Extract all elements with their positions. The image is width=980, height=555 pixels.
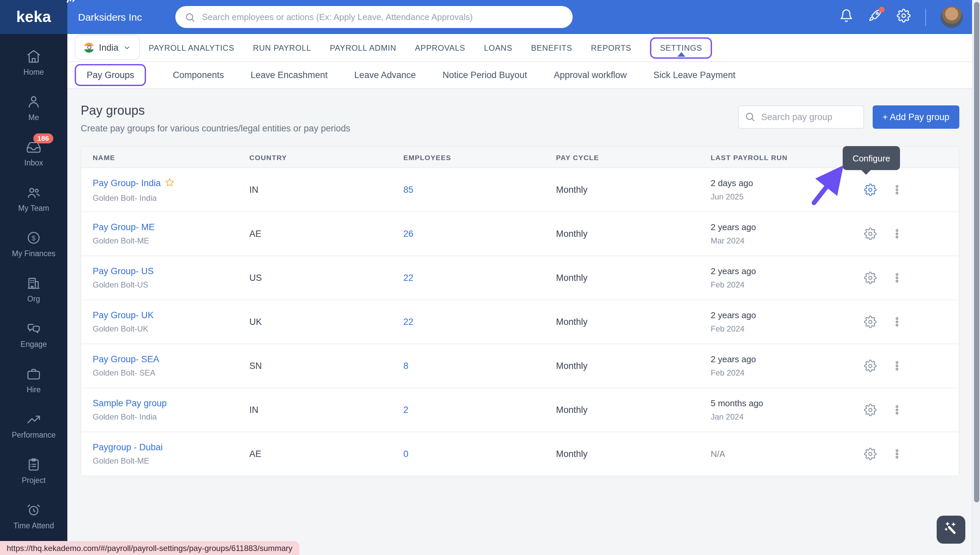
tab-label: REPORTS xyxy=(591,43,631,52)
tab-loans[interactable]: LOANS xyxy=(484,38,512,58)
last-run-month: Mar 2024 xyxy=(711,236,857,245)
sidebar-item-inbox[interactable]: 186 Inbox xyxy=(0,130,67,175)
table-row[interactable]: Pay Group- US Golden Bolt-US US 22 Month… xyxy=(82,256,959,300)
keka-logo-spark-icon xyxy=(66,0,76,6)
rocket-icon[interactable] xyxy=(868,9,882,25)
configure-gear-icon[interactable] xyxy=(861,316,879,328)
configure-gear-icon[interactable] xyxy=(861,271,879,284)
configure-tooltip-label: Configure xyxy=(853,153,890,163)
paygroup-name-link[interactable]: Pay Group- India xyxy=(93,178,161,188)
status-bar: https://thq.kekademo.com/#/payroll/payro… xyxy=(0,541,299,555)
paygroup-name-link[interactable]: Pay Group- US xyxy=(93,266,153,276)
sidebar-item-project[interactable]: Project xyxy=(0,448,67,493)
finances-icon: $ xyxy=(26,230,42,245)
tab-approvals[interactable]: APPROVALS xyxy=(415,38,465,58)
legal-entity: Golden Bolt-ME xyxy=(93,236,249,245)
sidebar-item-label: My Finances xyxy=(12,249,55,257)
table-row[interactable]: Pay Group- SEA Golden Bolt- SEA SN 8 Mon… xyxy=(82,344,959,388)
keka-logo[interactable]: keka xyxy=(0,0,67,34)
table-row[interactable]: Pay Group- ME Golden Bolt-ME AE 26 Month… xyxy=(82,212,959,256)
table-row[interactable]: Sample Pay group Golden Bolt- India IN 2… xyxy=(82,388,959,432)
last-run-month: Feb 2024 xyxy=(711,368,857,377)
sidebar-item-time-attend[interactable]: Time Attend xyxy=(0,493,67,538)
paygroup-name-link[interactable]: Sample Pay group xyxy=(93,398,167,408)
employees-count-link[interactable]: 85 xyxy=(403,185,413,195)
table-row[interactable]: Pay Group- UK Golden Bolt-UK UK 22 Month… xyxy=(82,300,959,344)
employees-count-link[interactable]: 22 xyxy=(403,317,413,327)
gear-icon[interactable] xyxy=(897,9,911,25)
employees-count-link[interactable]: 8 xyxy=(403,361,408,371)
sidebar-item-home[interactable]: Home xyxy=(0,39,67,85)
sidebar-item-hire[interactable]: Hire xyxy=(0,357,67,402)
legal-entity: Golden Bolt-UK xyxy=(93,324,249,334)
time-attend-icon xyxy=(26,502,42,517)
sidebar-item-me[interactable]: Me xyxy=(0,85,67,130)
kebab-menu-icon[interactable] xyxy=(888,228,905,239)
sidebar-item-engage[interactable]: Engage xyxy=(0,311,67,357)
sidebar-item-my-team[interactable]: My Team xyxy=(0,175,67,221)
employees-count-link[interactable]: 2 xyxy=(403,405,408,415)
kebab-menu-icon[interactable] xyxy=(888,404,905,415)
configure-gear-icon[interactable] xyxy=(861,183,879,196)
employees-count-link[interactable]: 0 xyxy=(403,449,408,459)
sidebar-item-org[interactable]: Org xyxy=(0,266,67,311)
column-header: PAY CYCLE xyxy=(556,153,711,161)
scrollbar-thumb[interactable] xyxy=(974,2,979,502)
paygroup-name-link[interactable]: Pay Group- SEA xyxy=(93,354,159,364)
employees-count-link[interactable]: 22 xyxy=(403,273,413,283)
global-search[interactable] xyxy=(175,6,573,28)
tab-payroll-analytics[interactable]: PAYROLL ANALYTICS xyxy=(149,38,234,58)
assistant-button[interactable] xyxy=(937,516,965,544)
sidebar-item-label: Org xyxy=(27,295,40,303)
sidebar-item-label: Performance xyxy=(12,431,56,439)
configure-gear-icon[interactable] xyxy=(861,404,879,416)
pay-cycle: Monthly xyxy=(556,317,711,327)
subnav-item-components[interactable]: Components xyxy=(173,70,224,80)
subnav-item-approval-workflow[interactable]: Approval workflow xyxy=(554,70,627,80)
configure-gear-icon[interactable] xyxy=(861,359,879,372)
legal-entity: Golden Bolt- India xyxy=(93,193,249,202)
subnav-item-leave-advance[interactable]: Leave Advance xyxy=(354,70,416,80)
paygroup-name-link[interactable]: Paygroup - Dubai xyxy=(93,442,163,452)
subnav-item-sick-leave-payment[interactable]: Sick Leave Payment xyxy=(653,70,735,80)
me-icon xyxy=(26,94,42,109)
paygroup-search[interactable] xyxy=(738,105,864,129)
bell-icon[interactable] xyxy=(839,9,853,25)
subnav-item-notice-period-buyout[interactable]: Notice Period Buyout xyxy=(443,70,528,80)
kebab-menu-icon[interactable] xyxy=(888,272,905,284)
add-pay-group-button[interactable]: + Add Pay group xyxy=(873,105,959,129)
inbox-icon: 186 xyxy=(26,139,42,154)
tab-reports[interactable]: REPORTS xyxy=(591,38,631,58)
paygroup-name-link[interactable]: Pay Group- UK xyxy=(93,310,153,320)
paygroup-name-link[interactable]: Pay Group- ME xyxy=(93,222,155,232)
subnav-item-pay-groups[interactable]: Pay Groups xyxy=(75,64,146,86)
kebab-menu-icon[interactable] xyxy=(888,360,905,372)
tab-settings[interactable]: SETTINGS xyxy=(650,37,712,58)
tab-payroll-admin[interactable]: PAYROLL ADMIN xyxy=(330,38,396,58)
tab-benefits[interactable]: BENEFITS xyxy=(531,38,572,58)
pay-cycle: Monthly xyxy=(556,449,711,459)
country-selector[interactable]: India xyxy=(75,35,140,60)
kebab-menu-icon[interactable] xyxy=(888,448,905,460)
subnav-item-leave-encashment[interactable]: Leave Encashment xyxy=(251,70,328,80)
table-row[interactable]: Paygroup - Dubai Golden Bolt-ME AE 0 Mon… xyxy=(82,432,959,476)
table-row[interactable]: Pay Group- India Golden Bolt- India IN 8… xyxy=(82,168,959,212)
last-run-relative: 5 months ago xyxy=(711,398,857,408)
global-search-input[interactable] xyxy=(201,11,563,23)
configure-gear-icon[interactable] xyxy=(861,228,879,240)
paygroup-search-input[interactable] xyxy=(738,105,864,129)
sidebar-item-my-finances[interactable]: $ My Finances xyxy=(0,221,67,266)
scrollbar-track[interactable] xyxy=(972,0,980,555)
avatar[interactable] xyxy=(941,6,962,28)
last-run-month: Feb 2024 xyxy=(711,280,857,290)
column-header: LAST PAYROLL RUN xyxy=(711,153,857,161)
configure-tooltip: Configure xyxy=(843,146,900,170)
configure-gear-icon[interactable] xyxy=(861,448,879,460)
sidebar-item-performance[interactable]: Performance xyxy=(0,402,67,448)
hire-icon xyxy=(26,366,42,381)
kebab-menu-icon[interactable] xyxy=(888,184,905,196)
employees-count-link[interactable]: 26 xyxy=(403,229,413,239)
tab-run-payroll[interactable]: RUN PAYROLL xyxy=(253,38,311,58)
kebab-menu-icon[interactable] xyxy=(888,316,905,327)
pay-cycle: Monthly xyxy=(556,185,711,195)
